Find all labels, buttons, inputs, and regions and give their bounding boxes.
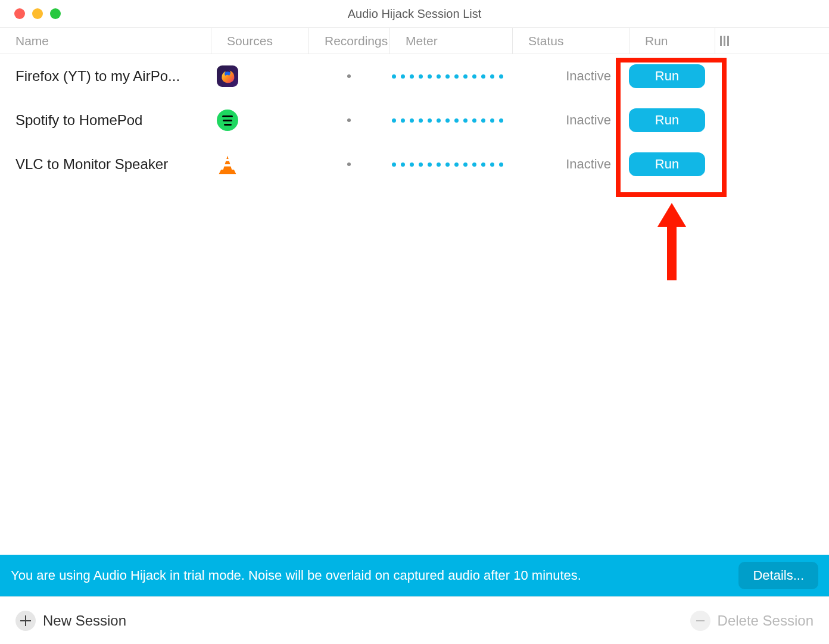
firefox-icon	[217, 65, 238, 87]
run-button[interactable]: Run	[629, 152, 705, 176]
columns-icon	[720, 36, 729, 46]
svg-marker-1	[223, 156, 232, 170]
delete-session-label: Delete Session	[718, 612, 814, 629]
svg-rect-3	[224, 164, 232, 167]
level-meter	[389, 162, 512, 167]
recording-indicator	[308, 162, 389, 166]
window-title: Audio Hijack Session List	[0, 7, 829, 21]
trial-details-button[interactable]: Details...	[738, 562, 818, 589]
titlebar: Audio Hijack Session List	[0, 0, 829, 28]
run-button[interactable]: Run	[629, 64, 705, 88]
session-status: Inactive	[512, 157, 629, 172]
vlc-icon	[217, 154, 238, 175]
column-chooser-button[interactable]	[715, 28, 829, 54]
recording-indicator	[308, 74, 389, 78]
table-header: Name Sources Recordings Meter Status Run	[0, 28, 829, 54]
svg-rect-6	[696, 620, 705, 621]
session-name: VLC to Monitor Speaker	[0, 156, 211, 173]
column-header-name[interactable]: Name	[0, 28, 211, 54]
zoom-window-button[interactable]	[50, 8, 61, 19]
run-button[interactable]: Run	[629, 108, 705, 132]
level-meter	[389, 118, 512, 123]
column-header-recordings[interactable]: Recordings	[308, 28, 389, 54]
session-status: Inactive	[512, 68, 629, 84]
minus-icon	[690, 611, 710, 631]
session-name: Spotify to HomePod	[0, 112, 211, 129]
session-status: Inactive	[512, 112, 629, 128]
new-session-button[interactable]: New Session	[15, 611, 126, 631]
minimize-window-button[interactable]	[32, 8, 43, 19]
session-name: Firefox (YT) to my AirPo...	[0, 68, 211, 85]
recording-indicator	[308, 118, 389, 122]
trial-message: You are using Audio Hijack in trial mode…	[11, 567, 738, 584]
plus-icon	[15, 611, 36, 631]
new-session-label: New Session	[43, 612, 126, 629]
column-header-sources[interactable]: Sources	[211, 28, 308, 54]
annotation-arrow-up-icon	[657, 203, 686, 280]
svg-marker-5	[657, 203, 686, 280]
column-header-run[interactable]: Run	[629, 28, 715, 54]
delete-session-button: Delete Session	[690, 611, 814, 631]
session-source	[211, 110, 308, 131]
session-source	[211, 65, 308, 87]
app-window: Audio Hijack Session List Name Sources R…	[0, 0, 829, 644]
close-window-button[interactable]	[14, 8, 25, 19]
session-rows: Firefox (YT) to my AirPo... Inactive Run…	[0, 54, 829, 555]
svg-rect-2	[225, 159, 230, 161]
column-header-status[interactable]: Status	[512, 28, 629, 54]
spotify-icon	[217, 110, 238, 131]
footer-toolbar: New Session Delete Session	[0, 596, 829, 644]
level-meter	[389, 74, 512, 79]
svg-marker-4	[219, 170, 236, 174]
session-row[interactable]: Spotify to HomePod Inactive Run	[0, 98, 829, 142]
session-row[interactable]: Firefox (YT) to my AirPo... Inactive Run	[0, 54, 829, 98]
column-header-meter[interactable]: Meter	[389, 28, 512, 54]
session-row[interactable]: VLC to Monitor Speaker Inactive Run	[0, 142, 829, 186]
trial-banner: You are using Audio Hijack in trial mode…	[0, 555, 829, 596]
session-source	[211, 154, 308, 175]
traffic-lights	[0, 8, 61, 19]
